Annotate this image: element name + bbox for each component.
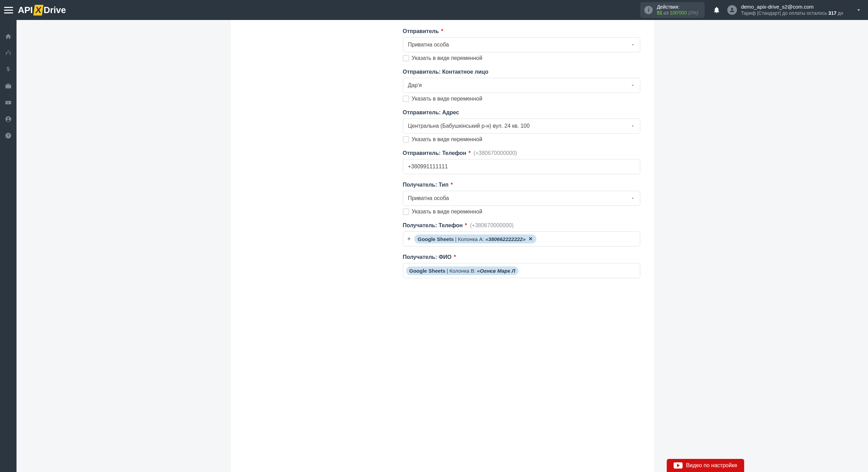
sender-address-label: Отправитель: Адрес	[403, 109, 640, 116]
recipient-fio-input[interactable]: Google Sheets | Колонка B: «Огнєв Марк Л	[403, 263, 640, 278]
sender-contact-label: Отправитель: Контактное лицо	[403, 69, 640, 75]
chevron-down-icon	[630, 83, 635, 88]
sender-contact-var-checkbox[interactable]: Указать в виде переменной	[403, 96, 640, 102]
recipient-type-select[interactable]: Приватна особа	[403, 191, 640, 206]
sender-address-var-checkbox[interactable]: Указать в виде переменной	[403, 136, 640, 143]
logo[interactable]: API X Drive	[18, 5, 66, 15]
sender-phone-input[interactable]: +380991111111	[403, 159, 640, 174]
recipient-type-label: Получатель: Тип *	[403, 182, 640, 188]
plus-icon[interactable]: +	[406, 235, 412, 243]
account-email: demo_apix-drive_s2@com.com	[741, 4, 843, 10]
checkbox-icon	[403, 96, 409, 102]
logo-api: API	[18, 5, 33, 15]
sender-var-checkbox[interactable]: Указать в виде переменной	[403, 55, 640, 61]
sidebar: ?	[0, 20, 17, 472]
recipient-fio-label: Получатель: ФИО *	[403, 254, 640, 260]
sender-contact-select[interactable]: Дар'я	[403, 78, 640, 93]
nav-video[interactable]	[0, 94, 17, 111]
actions-pct: (0%)	[688, 10, 698, 15]
avatar-icon	[727, 5, 737, 15]
token-google-sheets-phone[interactable]: Google Sheets | Колонка A: «380662222222…	[414, 234, 536, 243]
chevron-down-icon	[630, 42, 635, 47]
actions-count: 51	[657, 10, 662, 15]
nav-briefcase[interactable]	[0, 78, 17, 94]
info-icon: i	[644, 6, 653, 14]
chevron-down-icon	[630, 124, 635, 128]
nav-connections[interactable]	[0, 45, 17, 61]
recipient-phone-input[interactable]: + Google Sheets | Колонка A: «3806622222…	[403, 231, 640, 247]
nav-billing[interactable]	[0, 61, 17, 78]
logo-x: X	[33, 5, 44, 15]
chevron-down-icon[interactable]	[856, 7, 862, 13]
recipient-phone-label: Получатель: Телефон * (+380670000000)	[403, 222, 640, 229]
close-icon[interactable]: ✕	[528, 236, 533, 242]
nav-profile[interactable]	[0, 111, 17, 127]
nav-help[interactable]: ?	[0, 127, 17, 144]
sender-address-select[interactable]: Центральна (Бабушкінський р-н) вул. 24 к…	[403, 118, 640, 134]
menu-toggle-icon[interactable]	[4, 6, 13, 14]
sender-label: Отправитель *	[403, 28, 640, 34]
form-panel: Отправитель * Приватна особа Указать в в…	[231, 20, 654, 472]
svg-point-0	[731, 8, 733, 10]
svg-point-3	[8, 117, 9, 119]
svg-text:?: ?	[7, 133, 9, 138]
checkbox-icon	[403, 136, 409, 143]
youtube-icon	[674, 462, 683, 469]
actions-total: 100'000	[670, 10, 687, 15]
actions-label: Действия:	[657, 4, 698, 10]
topbar: API X Drive i Действия: 51 из 100'000 (0…	[0, 0, 868, 20]
account-menu[interactable]: demo_apix-drive_s2@com.com Тариф |Станда…	[727, 4, 843, 16]
checkbox-icon	[403, 209, 409, 215]
sender-select[interactable]: Приватна особа	[403, 37, 640, 52]
bell-icon[interactable]	[713, 6, 720, 14]
tariff-days: 317	[828, 10, 836, 16]
actions-counter[interactable]: i Действия: 51 из 100'000 (0%)	[640, 2, 705, 18]
logo-drive: Drive	[44, 5, 66, 15]
video-help-button[interactable]: Видео по настройке	[667, 459, 744, 472]
nav-home[interactable]	[0, 28, 17, 45]
chevron-down-icon	[630, 196, 635, 201]
recipient-type-var-checkbox[interactable]: Указать в виде переменной	[403, 209, 640, 215]
token-google-sheets-fio[interactable]: Google Sheets | Колонка B: «Огнєв Марк Л	[406, 266, 519, 275]
sender-phone-label: Отправитель: Телефон * (+380670000000)	[403, 150, 640, 156]
main-content: Отправитель * Приватна особа Указать в в…	[17, 20, 868, 472]
checkbox-icon	[403, 55, 409, 61]
